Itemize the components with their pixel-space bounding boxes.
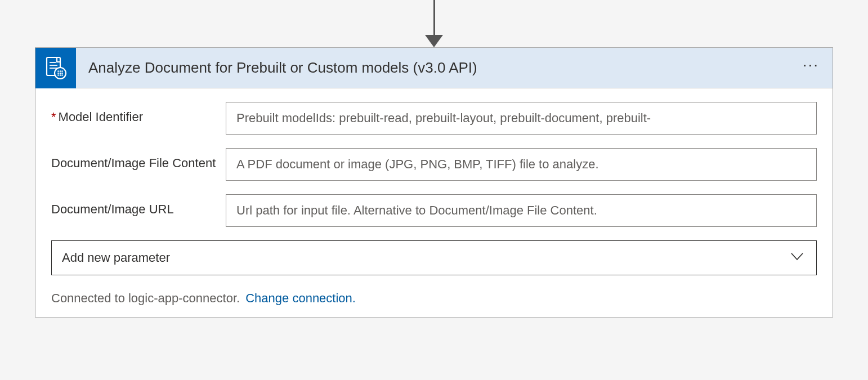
file-content-input[interactable]: [226, 148, 817, 181]
svg-point-12: [60, 74, 61, 76]
more-options-button[interactable]: ···: [803, 56, 833, 74]
svg-point-5: [57, 70, 59, 72]
svg-point-6: [60, 70, 61, 72]
change-connection-link[interactable]: Change connection.: [245, 291, 356, 305]
svg-point-11: [57, 74, 59, 76]
svg-point-13: [61, 74, 63, 76]
form-recognizer-icon: [35, 48, 76, 88]
add-parameter-dropdown[interactable]: Add new parameter: [51, 240, 817, 275]
svg-point-8: [57, 72, 59, 74]
required-indicator: *: [51, 110, 56, 124]
model-identifier-label: *Model Identifier: [51, 102, 226, 126]
flow-arrow-connector: [423, 0, 445, 47]
image-url-label: Document/Image URL: [51, 194, 226, 218]
connected-to-text: Connected to logic-app-connector.: [51, 291, 240, 305]
card-header[interactable]: Analyze Document for Prebuilt or Custom …: [35, 48, 833, 88]
model-identifier-input[interactable]: [226, 102, 817, 135]
file-content-label: Document/Image File Content: [51, 148, 226, 172]
field-row-image-url: Document/Image URL: [51, 194, 817, 227]
svg-point-9: [60, 72, 61, 74]
action-card: Analyze Document for Prebuilt or Custom …: [35, 47, 833, 318]
svg-point-10: [61, 72, 63, 74]
add-parameter-button[interactable]: Add new parameter: [51, 240, 817, 275]
card-title: Analyze Document for Prebuilt or Custom …: [76, 59, 803, 77]
connection-footer: Connected to logic-app-connector. Change…: [51, 289, 817, 306]
field-row-file-content: Document/Image File Content: [51, 148, 817, 181]
card-body: *Model Identifier Document/Image File Co…: [35, 88, 833, 317]
image-url-input[interactable]: [226, 194, 817, 227]
field-row-model-identifier: *Model Identifier: [51, 102, 817, 135]
svg-point-7: [61, 70, 63, 72]
